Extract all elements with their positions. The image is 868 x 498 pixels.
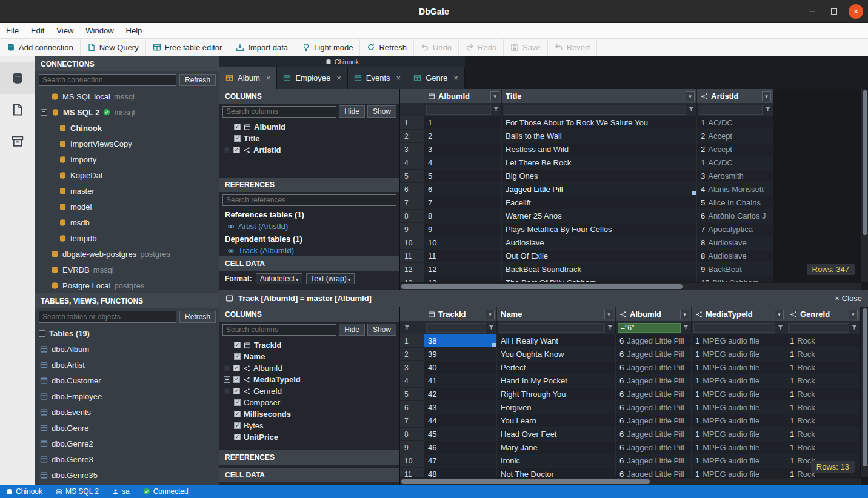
cell-genreid[interactable]: 1Rock	[786, 414, 860, 428]
filter-funnel-icon[interactable]	[404, 324, 410, 331]
scrollbar-thumb[interactable]	[863, 308, 867, 466]
cell-genreid[interactable]: 1Rock	[786, 428, 860, 441]
cell-mediatypeid[interactable]: 1MPEG audio file	[692, 388, 786, 401]
tab-close-icon[interactable]: ×	[336, 73, 341, 82]
fill-handle[interactable]	[492, 343, 496, 347]
cell-albumid[interactable]: 4	[424, 156, 502, 170]
detail-close-button[interactable]: ×Close	[835, 294, 862, 303]
cell-trackid[interactable]: 47	[424, 454, 497, 468]
cell-artistid[interactable]: 6Antônio Carlos J	[697, 210, 773, 223]
connection-search-input[interactable]	[39, 74, 176, 86]
reference-link-artist-artistid[interactable]: Artist (ArtistId)	[219, 221, 399, 232]
row-number[interactable]: 7	[400, 196, 424, 210]
files-widget-button[interactable]	[0, 94, 35, 125]
row-number[interactable]: 1	[400, 116, 424, 130]
column-header-albumid[interactable]: AlbumId▾	[616, 307, 692, 321]
column-item-milliseconds[interactable]: ✓Milliseconds	[219, 408, 399, 420]
cell-artistid[interactable]: 5Alice In Chains	[697, 196, 773, 210]
cell-albumid[interactable]: 6Jagged Little Pill	[616, 454, 692, 468]
row-number[interactable]: 4	[400, 156, 424, 170]
row-number[interactable]: 1	[400, 334, 424, 348]
cell-artistid[interactable]: 3Aerosmith	[697, 170, 773, 183]
tables-refresh-button[interactable]: Refresh	[179, 311, 216, 323]
cell-title[interactable]: Let There Be Rock	[502, 156, 697, 170]
cell-albumid[interactable]: 12	[424, 263, 502, 276]
column-item-unitprice[interactable]: ✓UnitPrice	[219, 431, 399, 443]
column-item-mediatypeid[interactable]: +✓MediaTypeId	[219, 374, 399, 385]
cell-title[interactable]: Plays Metallica By Four Cellos	[502, 223, 697, 236]
format-select[interactable]: Autodetect	[256, 273, 303, 284]
minimize-button[interactable]: ─	[805, 4, 820, 19]
table-item-dbo-album[interactable]: dbo.Album	[35, 341, 219, 357]
cell-albumid[interactable]: 6Jagged Little Pill	[616, 334, 692, 348]
cell-albumid[interactable]: 6Jagged Little Pill	[616, 441, 692, 454]
cell-genreid[interactable]: 1Rock	[786, 348, 860, 361]
cell-albumid[interactable]: 2	[424, 130, 502, 143]
reference-link-track-albumid[interactable]: Track (AlbumId)	[219, 245, 399, 256]
cell-name[interactable]: Right Through You	[497, 388, 616, 401]
filter-input[interactable]	[693, 323, 775, 333]
cell-mediatypeid[interactable]: 1MPEG audio file	[692, 348, 786, 361]
cell-name[interactable]: Head Over Feet	[497, 428, 616, 441]
tables-group[interactable]: −Tables (19)	[35, 325, 219, 341]
column-menu-icon[interactable]: ▾	[849, 310, 858, 319]
filter-input[interactable]	[426, 105, 491, 115]
cell-albumid[interactable]: 6Jagged Little Pill	[616, 361, 692, 374]
cell-mediatypeid[interactable]: 1MPEG audio file	[692, 414, 786, 428]
fill-handle[interactable]	[692, 191, 696, 195]
column-header-title[interactable]: Title▾	[502, 89, 697, 103]
toolbar-free-table-editor-button[interactable]: Free table editor	[146, 39, 230, 56]
cell-genreid[interactable]: 1Rock	[786, 374, 860, 388]
connection-item-msdb[interactable]: msdb	[35, 214, 219, 230]
tab-close-icon[interactable]: ×	[396, 73, 401, 82]
cell-title[interactable]: Audioslave	[502, 236, 697, 250]
references-search-input[interactable]	[222, 194, 396, 206]
cell-title[interactable]: Restless and Wild	[502, 143, 697, 156]
expand-icon[interactable]: +	[224, 365, 230, 371]
column-header-name[interactable]: Name▾	[497, 307, 616, 321]
cell-mediatypeid[interactable]: 1MPEG audio file	[692, 334, 786, 348]
cell-trackid[interactable]: 46	[424, 441, 497, 454]
row-number[interactable]: 7	[400, 414, 424, 428]
cell-title[interactable]: Warner 25 Anos	[502, 210, 697, 223]
row-number[interactable]: 10	[400, 236, 424, 250]
connections-widget-button[interactable]	[0, 62, 35, 94]
table-item-dbo-genre35[interactable]: dbo.Genre35	[35, 467, 219, 483]
filter-input[interactable]	[499, 323, 605, 333]
cell-genreid[interactable]: 1Rock	[786, 401, 860, 414]
cell-albumid[interactable]: 10	[424, 236, 502, 250]
cell-artistid[interactable]: 8Audioslave	[697, 236, 773, 250]
filter-input[interactable]	[699, 105, 763, 115]
column-menu-icon[interactable]: ▾	[490, 91, 499, 101]
tab-album[interactable]: Album×	[219, 67, 277, 89]
cell-artistid[interactable]: 8Audioslave	[697, 250, 773, 263]
connection-item-postgre-local[interactable]: Postgre Localpostgres	[35, 277, 219, 293]
filter-input[interactable]: ="6"	[618, 323, 681, 333]
cell-trackid[interactable]: 44	[424, 414, 497, 428]
filter-funnel-icon[interactable]	[851, 324, 858, 331]
filter-funnel-icon[interactable]	[488, 324, 495, 331]
column-header-albumid[interactable]: AlbumId▾	[424, 89, 502, 103]
filter-funnel-icon[interactable]	[764, 106, 771, 113]
cell-albumid[interactable]: 6	[424, 183, 502, 196]
table-item-dbo-genre2[interactable]: dbo.Genre2	[35, 436, 219, 451]
filter-funnel-icon[interactable]	[607, 324, 613, 331]
cell-genreid[interactable]: 1Rock	[786, 388, 860, 401]
cell-trackid[interactable]: 40	[424, 361, 497, 374]
filter-funnel-icon[interactable]	[688, 106, 695, 113]
cell-genreid[interactable]: 1Rock	[786, 361, 860, 374]
cell-mediatypeid[interactable]: 1MPEG audio file	[692, 361, 786, 374]
toolbar-refresh-button[interactable]: Refresh	[360, 39, 414, 56]
filter-input[interactable]	[788, 323, 849, 333]
cell-artistid[interactable]: 1AC/DC	[697, 116, 773, 130]
toolbar-new-query-button[interactable]: New Query	[81, 39, 146, 56]
table-item-dbo-genre[interactable]: dbo.Genre	[35, 420, 219, 436]
checkbox-icon[interactable]: ✓	[233, 376, 240, 383]
cell-artistid[interactable]: 7Apocalyptica	[697, 223, 773, 236]
cell-name[interactable]: Perfect	[497, 361, 616, 374]
row-number[interactable]: 6	[400, 401, 424, 414]
cell-artistid[interactable]: 9BackBeat	[697, 263, 773, 276]
table-item-dbo-artist[interactable]: dbo.Artist	[35, 357, 219, 373]
filter-input[interactable]	[504, 105, 686, 115]
table-item-dbo-events[interactable]: dbo.Events	[35, 404, 219, 420]
